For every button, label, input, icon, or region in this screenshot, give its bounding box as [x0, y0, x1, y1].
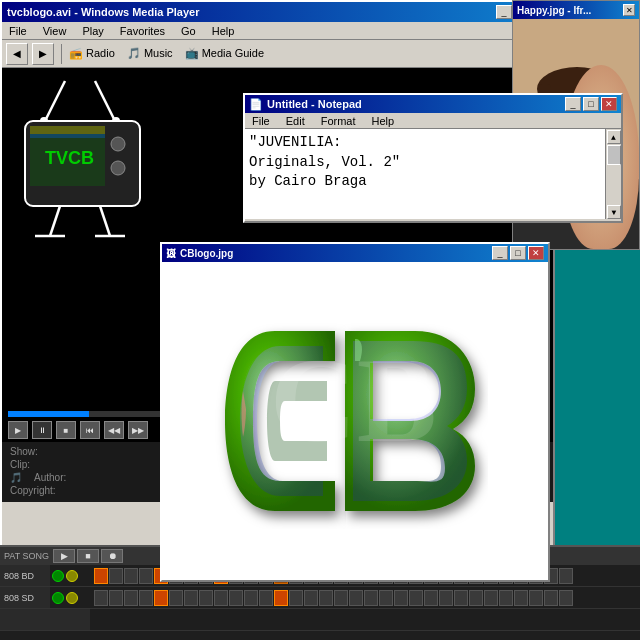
seq-sd-pad-32[interactable]: [559, 590, 573, 606]
menu-help[interactable]: Help: [209, 24, 238, 38]
seq-sd-pad-26[interactable]: [469, 590, 483, 606]
seq-bd-pad-32[interactable]: [559, 568, 573, 584]
seq-play-btn[interactable]: ▶: [53, 549, 75, 563]
seq-sd-pad-1[interactable]: [94, 590, 108, 606]
seq-bd-pad-2[interactable]: [109, 568, 123, 584]
back-button[interactable]: ◀: [6, 43, 28, 65]
rewind-button[interactable]: ◀◀: [104, 421, 124, 439]
notepad-menu-edit[interactable]: Edit: [283, 114, 308, 128]
seq-sd-pad-16[interactable]: [319, 590, 333, 606]
seq-rec-btn[interactable]: ⏺: [101, 549, 123, 563]
seq-sd-pad-12[interactable]: [259, 590, 273, 606]
notepad-maximize-button[interactable]: □: [583, 97, 599, 111]
seq-sd-pad-18[interactable]: [349, 590, 363, 606]
menu-go[interactable]: Go: [178, 24, 199, 38]
seq-sd-yellow-btn[interactable]: [66, 592, 78, 604]
irfan-close-button[interactable]: ✕: [623, 4, 635, 16]
seq-sd-pad-17[interactable]: [334, 590, 348, 606]
seq-sd-pad-14[interactable]: [289, 590, 303, 606]
cblogo-maximize-button[interactable]: □: [510, 246, 526, 260]
menu-play[interactable]: Play: [79, 24, 106, 38]
notepad-titlebar: 📄 Untitled - Notepad _ □ ✕: [245, 95, 621, 113]
svg-text:TVCB: TVCB: [45, 148, 94, 168]
seq-sd-pad-5[interactable]: [154, 590, 168, 606]
clip-row: Clip:: [10, 459, 94, 470]
music-label[interactable]: 🎵 Music: [127, 47, 173, 60]
seq-track-3: [0, 609, 640, 631]
seq-sd-pad-19[interactable]: [364, 590, 378, 606]
scrollbar-down[interactable]: ▼: [607, 205, 621, 219]
irfan-title-controls: ✕: [623, 4, 635, 16]
notepad-menu-file[interactable]: File: [249, 114, 273, 128]
seq-bd-green-btn[interactable]: [52, 570, 64, 582]
notepad-menu-help[interactable]: Help: [369, 114, 398, 128]
seq-bd-yellow-btn[interactable]: [66, 570, 78, 582]
svg-line-13: [100, 206, 110, 236]
seq-sd-pad-8[interactable]: [199, 590, 213, 606]
prev-button[interactable]: ⏮: [80, 421, 100, 439]
clip-label: Clip:: [10, 459, 70, 470]
seq-stop-btn[interactable]: ■: [77, 549, 99, 563]
seq-sd-pad-7[interactable]: [184, 590, 198, 606]
seq-sd-pad-2[interactable]: [109, 590, 123, 606]
menu-view[interactable]: View: [40, 24, 70, 38]
seq-sd-pad-28[interactable]: [499, 590, 513, 606]
seq-sd-pad-24[interactable]: [439, 590, 453, 606]
notepad-scrollbar[interactable]: ▲ ▼: [605, 129, 621, 219]
seq-sd-pad-22[interactable]: [409, 590, 423, 606]
seq-bd-pad-3[interactable]: [124, 568, 138, 584]
seq-sd-pad-25[interactable]: [454, 590, 468, 606]
radio-label[interactable]: 📻 Radio: [69, 47, 115, 60]
notepad-menu-format[interactable]: Format: [318, 114, 359, 128]
notepad-minimize-button[interactable]: _: [565, 97, 581, 111]
seq-bd-pad-1[interactable]: [94, 568, 108, 584]
seq-sd-pad-13[interactable]: [274, 590, 288, 606]
irfan-title: Happy.jpg - Ifr...: [517, 5, 591, 16]
seq-sd-pad-20[interactable]: [379, 590, 393, 606]
forward-button[interactable]: ▶: [32, 43, 54, 65]
wmp-titlebar: tvcblogo.avi - Windows Media Player _ □ …: [2, 2, 553, 22]
svg-text:CB: CB: [270, 334, 437, 467]
ff-button[interactable]: ▶▶: [128, 421, 148, 439]
wmp-minimize-button[interactable]: _: [496, 5, 512, 19]
seq-sd-pad-23[interactable]: [424, 590, 438, 606]
seq-sd-pad-9[interactable]: [214, 590, 228, 606]
seq-sd-pad-27[interactable]: [484, 590, 498, 606]
seq-track-3-pads: [90, 609, 640, 630]
wmp-toolbar: ◀ ▶ 📻 Radio 🎵 Music 📺 Media Guide: [2, 40, 553, 68]
svg-point-11: [111, 161, 125, 175]
seq-track-bd-controls: [52, 570, 92, 582]
seq-sd-pad-6[interactable]: [169, 590, 183, 606]
seq-sd-green-btn[interactable]: [52, 592, 64, 604]
seq-bd-pad-4[interactable]: [139, 568, 153, 584]
menu-file[interactable]: File: [6, 24, 30, 38]
desktop: tvcblogo.avi - Windows Media Player _ □ …: [0, 0, 640, 640]
pause-button[interactable]: ⏸: [32, 421, 52, 439]
notepad-content[interactable]: ▲ ▼ "JUVENILIA: Originals, Vol. 2" by Ca…: [245, 129, 621, 219]
tv-drawing: TVCB: [10, 76, 155, 276]
show-label: Show:: [10, 446, 70, 457]
cblogo-minimize-button[interactable]: _: [492, 246, 508, 260]
scrollbar-thumb[interactable]: [607, 145, 621, 165]
cblogo-titlebar: 🖼 CBlogo.jpg _ □ ✕: [162, 244, 548, 262]
seq-track-sd-controls: [52, 592, 92, 604]
seq-sd-pad-29[interactable]: [514, 590, 528, 606]
menu-favorites[interactable]: Favorites: [117, 24, 168, 38]
notepad-icon: 📄: [249, 98, 263, 111]
seq-sd-pad-30[interactable]: [529, 590, 543, 606]
seq-sd-pad-10[interactable]: [229, 590, 243, 606]
seq-sd-pad-15[interactable]: [304, 590, 318, 606]
stop-button[interactable]: ■: [56, 421, 76, 439]
play-button[interactable]: ▶: [8, 421, 28, 439]
seq-sd-pad-3[interactable]: [124, 590, 138, 606]
seq-sd-pad-4[interactable]: [139, 590, 153, 606]
notepad-window: 📄 Untitled - Notepad _ □ ✕ File Edit For…: [243, 93, 623, 223]
cblogo-close-button[interactable]: ✕: [528, 246, 544, 260]
seq-sd-pad-21[interactable]: [394, 590, 408, 606]
scrollbar-up[interactable]: ▲: [607, 130, 621, 144]
cblogo-controls: _ □ ✕: [492, 246, 544, 260]
notepad-close-button[interactable]: ✕: [601, 97, 617, 111]
seq-sd-pad-31[interactable]: [544, 590, 558, 606]
seq-sd-pad-11[interactable]: [244, 590, 258, 606]
media-guide-label[interactable]: 📺 Media Guide: [185, 47, 264, 60]
